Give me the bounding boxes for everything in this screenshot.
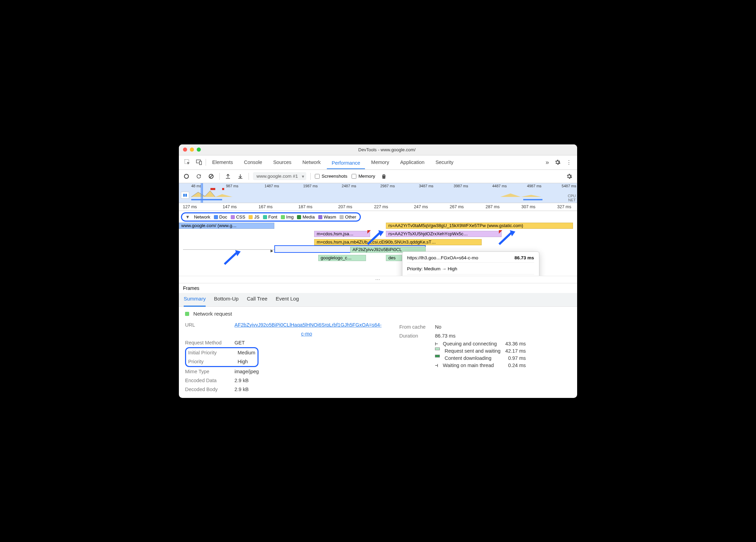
request-url-link[interactable]: AF2bZyivvJ92o5BiPi0CLlHaqa5lHNOi6SrpLrbf… [234,320,379,338]
svg-rect-2 [199,161,202,165]
network-legend: ▼Network Doc CSS JS Font Img Media Wasm … [181,212,361,222]
tab-sources[interactable]: Sources [268,157,296,168]
record-button[interactable] [182,172,191,180]
close-window-button[interactable] [183,148,187,152]
gc-icon[interactable] [379,172,388,181]
request-bar[interactable]: des [386,255,402,261]
devtools-tabs: Elements Console Sources Network Perform… [179,155,577,170]
annotation-arrow [366,229,387,249]
subtab-eventlog[interactable]: Event Log [276,296,299,304]
more-tabs-icon[interactable]: » [543,157,551,168]
tab-memory[interactable]: Memory [366,157,394,168]
priority-highlight: Initial PriorityMedium PriorityHigh [185,347,259,367]
request-bar[interactable]: googlelogo_c… [318,255,366,261]
minimize-window-button[interactable] [190,148,194,152]
tab-application[interactable]: Application [395,157,429,168]
annotation-arrow [223,249,243,269]
titlebar: DevTools - www.google.com/ [179,144,577,155]
devtools-window: DevTools - www.google.com/ Elements Cons… [179,144,577,398]
screenshots-toggle[interactable]: Screenshots [315,174,347,179]
request-bar[interactable]: www.google.com/ (www.g… [179,223,274,229]
memory-toggle[interactable]: Memory [352,174,375,179]
clear-button[interactable] [207,172,215,180]
request-bar[interactable]: m=cdos,hsm,jsa,mb4ZUb,d,csi,cEt90b,SNUn3… [314,239,481,245]
maximize-window-button[interactable] [197,148,201,152]
recording-select[interactable]: www.google.com #1 [253,172,306,180]
perf-settings-icon[interactable] [565,172,574,181]
svg-point-3 [184,174,188,178]
reload-button[interactable] [195,172,203,180]
subtab-calltree[interactable]: Call Tree [247,296,267,304]
tab-elements[interactable]: Elements [207,157,238,168]
request-bar[interactable]: m=cdos,hsm,jsa… [314,231,370,237]
summary-panel: Network request URLAF2bZyivvJ92o5BiPi0CL… [179,307,577,398]
tab-performance[interactable]: Performance [327,157,365,169]
play-overview-button[interactable]: ▮▮ [181,192,189,199]
details-tabs: Summary Bottom-Up Call Tree Event Log [179,293,577,307]
request-bar[interactable]: rs=AA2YrTv0taM5qVgw38gU_15kX9WFXe5TPw (w… [386,223,573,229]
perf-toolbar: www.google.com #1 Screenshots Memory [179,170,577,183]
overview-labels: CPUNET [568,194,576,202]
request-bar[interactable]: rs=AA2YrTsXU5hjdOZrxXehYcpWx5c… [386,231,501,237]
timeline-overview[interactable]: ▮▮ 48 ms 987 ms 1487 ms 1987 ms 2487 ms … [179,183,577,203]
frames-section-header[interactable]: Frames [179,283,577,293]
subtab-bottomup[interactable]: Bottom-Up [214,296,239,304]
request-tooltip: https://lh3.goo…FGxOA=s64-c-mo86.73 ms P… [402,251,539,276]
svg-line-5 [210,175,213,178]
drag-handle[interactable]: ⋯ [179,276,577,283]
tab-security[interactable]: Security [431,157,458,168]
window-title: DevTools - www.google.com/ [201,147,573,152]
upload-icon[interactable] [224,172,232,180]
time-ruler[interactable]: 127 ms 147 ms 167 ms 187 ms 207 ms 227 m… [179,203,577,211]
settings-icon[interactable] [552,157,563,167]
network-waterfall[interactable]: ▼Network Doc CSS JS Font Img Media Wasm … [179,211,577,276]
annotation-arrow [497,229,518,249]
tab-network[interactable]: Network [298,157,325,168]
subtab-summary[interactable]: Summary [184,296,206,307]
device-toggle-icon[interactable] [194,157,204,167]
download-icon[interactable] [236,172,244,180]
kebab-menu-icon[interactable]: ⋮ [564,157,574,168]
inspect-icon[interactable] [182,157,193,167]
tab-console[interactable]: Console [239,157,267,168]
